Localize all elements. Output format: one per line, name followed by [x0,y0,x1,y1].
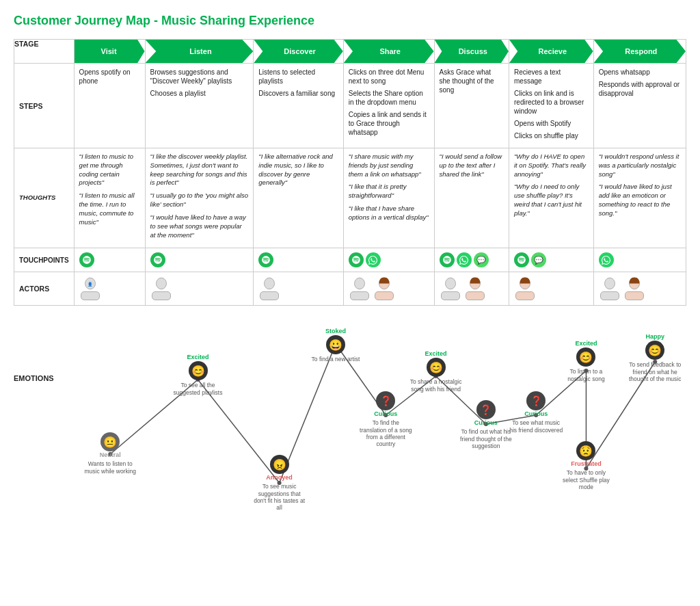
actor-user-icon [349,276,371,301]
steps-label: STEPS [14,64,75,148]
svg-point-12 [445,278,455,290]
step-item: Selects the Share option in the dropdown… [349,89,429,107]
thoughts-share: "I share music with my friends by just s… [343,148,434,248]
thought-item: "I listen to music to get me through cod… [79,153,140,187]
actor-icons-share [349,276,429,301]
emotion-face-happy: 😊 [645,341,664,360]
svg-rect-11 [375,292,393,300]
emotions-chart: 😐 Neutral Wants to listen to music while… [60,326,686,504]
actor-friend-icon [464,276,486,301]
page-title: Customer Journey Map - Music Sharing Exp… [14,14,686,28]
stage-recieve: Recieve [509,40,593,64]
emotion-label-neutral: Neutral [100,451,121,458]
thought-item: "I would have liked to just add like an … [599,183,681,218]
actors-recieve [509,272,593,306]
thought-item: "I wouldn't respond unless it was a part… [599,153,681,179]
stage-label: STAGE [14,40,75,64]
emotion-face-curious2: ❓ [476,400,496,419]
emotion-node-annoyed: 😠 Annoyed To see music suggestions that … [252,455,307,511]
title-static: Customer Journey Map - [14,14,161,27]
imessage-icon: 💬 [474,252,489,267]
thought-item: "I like that I have share options in a v… [349,205,429,222]
touchpoints-listen [145,248,254,272]
thought-item: "Why do I HAVE to open it on Spotify. Th… [514,153,589,179]
emotion-label-excited1: Excited [187,354,209,360]
emotion-label-excited3: Excited [575,340,597,347]
actors-label: ACTORS [14,272,75,306]
emotion-node-excited2: Excited 😊 To share a nostalgic song with… [409,350,463,392]
touchpoints-discuss: 💬 [434,248,509,272]
actor-icons-recieve [514,276,589,301]
touchpoint-icons [258,252,338,267]
emotions-section: EMOTIONS [14,319,686,504]
thought-item: "I share music with my friends by just s… [349,153,429,179]
emotion-sublabel-annoyed: To see music suggestions that don't fit … [252,483,307,511]
thought-item: "I usually go to the 'you might also lik… [150,192,249,209]
step-item: Clicks on link and is redirected to a br… [514,89,589,116]
actor-friend-icon [373,276,395,301]
emotion-sublabel-curious1: To find the translation of a song from a… [358,419,413,447]
touchpoints-recieve: 💬 [509,248,593,272]
actor-icons-listen [150,276,249,301]
thoughts-listen: "I like the discover weekly playlist. So… [145,148,254,248]
thoughts-visit: "I listen to music to get me through cod… [74,148,145,248]
svg-point-6 [265,278,275,290]
emotion-label-annoyed: Annoyed [266,474,293,481]
emotion-sublabel-neutral: Wants to listen to music while working [83,460,137,474]
stage-arrow-respond: Respond [594,40,686,63]
actors-discover [254,272,343,306]
stage-arrow-discover: Discover [254,40,342,63]
step-item: Responds with approval or disapproval [599,80,681,98]
stage-arrow-discuss: Discuss [435,40,509,63]
svg-text:👤: 👤 [87,282,92,288]
spotify-icon [349,252,364,267]
svg-rect-13 [441,292,459,300]
touchpoints-visit [74,248,145,272]
svg-rect-19 [600,292,619,300]
steps-discuss: Asks Grace what she thought of the song [434,64,509,148]
whatsapp-icon [457,252,472,267]
emotion-label-curious1: Curious [374,410,397,417]
thought-item: "I like the discover weekly playlist. So… [150,153,249,187]
svg-rect-17 [515,292,534,300]
title-highlight: Music Sharing Experience [161,14,314,27]
stage-listen: Listen [145,40,254,64]
actors-respond [593,272,686,306]
emotion-label-stoked: Stoked [325,328,346,334]
actor-user-icon [599,276,621,301]
step-item: Opens spotify on phone [79,68,140,85]
stage-row: STAGE Visit Listen Discover Share Discus… [14,40,686,64]
steps-respond: Opens whatsapp Responds with approval or… [593,64,686,148]
stage-visit: Visit [74,40,145,64]
actors-share [343,272,434,306]
steps-row: STEPS Opens spotify on phone Browses sug… [14,64,686,148]
emotion-label-excited2: Excited [425,350,447,357]
journey-table: STAGE Visit Listen Discover Share Discus… [14,39,686,306]
touchpoints-label: TOUCHPOINTS [14,248,75,272]
spotify-icon [79,252,94,267]
emotion-node-excited3: Excited 😊 To listen to a nostalgic song [558,340,613,382]
emotion-node-frustrated: 😟 Frustrated To have to only select Shuf… [558,441,613,490]
emotion-face-annoyed: 😠 [270,455,289,474]
thought-item: "I would have liked to have a way to see… [150,213,249,239]
svg-point-18 [604,278,615,290]
thought-item: "I listen to music all the time. I run t… [79,192,140,226]
stage-arrow-recieve: Recieve [509,40,593,63]
actor-user-icon: 👤 [79,276,101,301]
steps-discover: Listens to selected playlists Discovers … [254,64,343,148]
emotion-label-curious2: Curious [474,419,498,426]
actors-row: ACTORS 👤 [14,272,686,306]
emotion-face-frustrated: 😟 [576,441,595,460]
emotion-face-curious1: ❓ [376,391,395,410]
touchpoint-icons [79,252,140,267]
emotion-sublabel-excited2: To share a nostalgic song with his frien… [409,378,463,392]
thoughts-row: THOUGHTS "I listen to music to get me th… [14,148,686,248]
touchpoints-row: TOUCHPOINTS [14,248,686,272]
svg-rect-15 [466,292,484,300]
emotion-sublabel-curious2: To find out what his friend thought of t… [459,428,513,449]
actor-friend-icon [514,276,536,301]
emotion-sublabel-excited1: To see all the suggested playlists [171,382,226,395]
svg-rect-1 [81,292,99,300]
emotion-sublabel-excited3: To listen to a nostalgic song [558,368,613,382]
step-item: Opens whatsapp [599,68,681,77]
